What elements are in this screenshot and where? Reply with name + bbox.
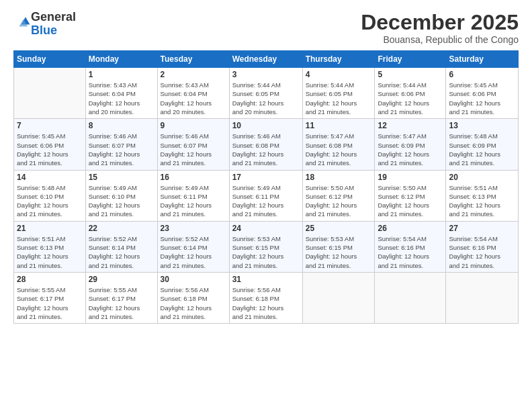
day-number: 29 bbox=[89, 275, 154, 284]
calendar-cell: 1Sunrise: 5:43 AM Sunset: 6:04 PM Daylig… bbox=[85, 68, 157, 119]
calendar-cell: 19Sunrise: 5:50 AM Sunset: 6:12 PM Dayli… bbox=[375, 170, 446, 221]
title-block: December 2025 Bouansa, Republic of the C… bbox=[361, 11, 519, 45]
day-info: Sunrise: 5:52 AM Sunset: 6:14 PM Dayligh… bbox=[161, 234, 226, 270]
day-info: Sunrise: 5:52 AM Sunset: 6:14 PM Dayligh… bbox=[89, 234, 154, 270]
day-info: Sunrise: 5:56 AM Sunset: 6:18 PM Dayligh… bbox=[232, 285, 300, 321]
location-subtitle: Bouansa, Republic of the Congo bbox=[361, 34, 519, 45]
day-number: 7 bbox=[17, 121, 83, 130]
day-number: 19 bbox=[378, 173, 443, 182]
calendar-cell: 29Sunrise: 5:55 AM Sunset: 6:17 PM Dayli… bbox=[85, 272, 157, 323]
day-number: 27 bbox=[449, 224, 515, 233]
calendar-week-5: 28Sunrise: 5:55 AM Sunset: 6:17 PM Dayli… bbox=[14, 272, 519, 323]
calendar-cell: 24Sunrise: 5:53 AM Sunset: 6:15 PM Dayli… bbox=[229, 221, 302, 272]
day-info: Sunrise: 5:45 AM Sunset: 6:06 PM Dayligh… bbox=[449, 81, 515, 116]
day-info: Sunrise: 5:56 AM Sunset: 6:18 PM Dayligh… bbox=[161, 285, 226, 321]
day-number: 28 bbox=[17, 275, 83, 284]
calendar-cell: 12Sunrise: 5:47 AM Sunset: 6:09 PM Dayli… bbox=[375, 119, 446, 170]
day-number: 25 bbox=[306, 224, 372, 233]
logo-general: General bbox=[31, 10, 76, 24]
page: General Blue December 2025 Bouansa, Repu… bbox=[0, 0, 532, 411]
day-number: 31 bbox=[232, 275, 300, 284]
weekday-header-row: SundayMondayTuesdayWednesdayThursdayFrid… bbox=[14, 51, 519, 68]
day-info: Sunrise: 5:55 AM Sunset: 6:17 PM Dayligh… bbox=[17, 285, 83, 321]
calendar-cell: 16Sunrise: 5:49 AM Sunset: 6:11 PM Dayli… bbox=[157, 170, 229, 221]
day-number: 23 bbox=[161, 224, 226, 233]
day-info: Sunrise: 5:47 AM Sunset: 6:09 PM Dayligh… bbox=[378, 132, 443, 167]
calendar-cell: 7Sunrise: 5:45 AM Sunset: 6:06 PM Daylig… bbox=[14, 119, 86, 170]
day-info: Sunrise: 5:51 AM Sunset: 6:13 PM Dayligh… bbox=[17, 234, 83, 270]
day-number: 10 bbox=[232, 121, 300, 130]
day-info: Sunrise: 5:47 AM Sunset: 6:08 PM Dayligh… bbox=[306, 132, 372, 167]
day-number: 14 bbox=[17, 173, 83, 182]
calendar-cell bbox=[14, 68, 86, 119]
day-number: 26 bbox=[378, 224, 443, 233]
calendar-cell: 21Sunrise: 5:51 AM Sunset: 6:13 PM Dayli… bbox=[14, 221, 86, 272]
calendar-cell: 10Sunrise: 5:46 AM Sunset: 6:08 PM Dayli… bbox=[229, 119, 302, 170]
calendar-cell: 17Sunrise: 5:49 AM Sunset: 6:11 PM Dayli… bbox=[229, 170, 302, 221]
month-year-title: December 2025 bbox=[361, 11, 519, 34]
day-number: 24 bbox=[232, 224, 300, 233]
day-number: 15 bbox=[89, 173, 154, 182]
calendar-cell: 6Sunrise: 5:45 AM Sunset: 6:06 PM Daylig… bbox=[446, 68, 519, 119]
day-info: Sunrise: 5:55 AM Sunset: 6:17 PM Dayligh… bbox=[89, 285, 154, 321]
day-info: Sunrise: 5:43 AM Sunset: 6:04 PM Dayligh… bbox=[89, 81, 154, 116]
weekday-header-wednesday: Wednesday bbox=[229, 51, 302, 68]
calendar-cell: 25Sunrise: 5:53 AM Sunset: 6:15 PM Dayli… bbox=[302, 221, 375, 272]
weekday-header-tuesday: Tuesday bbox=[157, 51, 229, 68]
weekday-header-sunday: Sunday bbox=[14, 51, 86, 68]
logo-icon bbox=[15, 15, 31, 31]
calendar-cell: 31Sunrise: 5:56 AM Sunset: 6:18 PM Dayli… bbox=[229, 272, 302, 323]
day-number: 3 bbox=[232, 70, 300, 79]
day-info: Sunrise: 5:44 AM Sunset: 6:05 PM Dayligh… bbox=[306, 81, 372, 116]
day-number: 11 bbox=[306, 121, 372, 130]
day-info: Sunrise: 5:48 AM Sunset: 6:10 PM Dayligh… bbox=[17, 183, 83, 219]
calendar-cell: 28Sunrise: 5:55 AM Sunset: 6:17 PM Dayli… bbox=[14, 272, 86, 323]
calendar-week-4: 21Sunrise: 5:51 AM Sunset: 6:13 PM Dayli… bbox=[14, 221, 519, 272]
logo: General Blue bbox=[13, 11, 76, 38]
day-number: 22 bbox=[89, 224, 154, 233]
calendar-cell: 18Sunrise: 5:50 AM Sunset: 6:12 PM Dayli… bbox=[302, 170, 375, 221]
day-number: 1 bbox=[89, 70, 154, 79]
calendar-cell: 4Sunrise: 5:44 AM Sunset: 6:05 PM Daylig… bbox=[302, 68, 375, 119]
day-info: Sunrise: 5:53 AM Sunset: 6:15 PM Dayligh… bbox=[232, 234, 300, 270]
logo-text: General Blue bbox=[31, 11, 76, 38]
day-info: Sunrise: 5:53 AM Sunset: 6:15 PM Dayligh… bbox=[306, 234, 372, 270]
day-info: Sunrise: 5:46 AM Sunset: 6:07 PM Dayligh… bbox=[161, 132, 226, 167]
day-info: Sunrise: 5:49 AM Sunset: 6:11 PM Dayligh… bbox=[232, 183, 300, 219]
day-number: 8 bbox=[89, 121, 154, 130]
day-number: 17 bbox=[232, 173, 300, 182]
day-info: Sunrise: 5:50 AM Sunset: 6:12 PM Dayligh… bbox=[306, 183, 372, 219]
calendar-week-2: 7Sunrise: 5:45 AM Sunset: 6:06 PM Daylig… bbox=[14, 119, 519, 170]
calendar-cell: 11Sunrise: 5:47 AM Sunset: 6:08 PM Dayli… bbox=[302, 119, 375, 170]
day-info: Sunrise: 5:48 AM Sunset: 6:09 PM Dayligh… bbox=[449, 132, 515, 167]
day-info: Sunrise: 5:43 AM Sunset: 6:04 PM Dayligh… bbox=[161, 81, 226, 116]
weekday-header-monday: Monday bbox=[85, 51, 157, 68]
calendar-week-1: 1Sunrise: 5:43 AM Sunset: 6:04 PM Daylig… bbox=[14, 68, 519, 119]
day-info: Sunrise: 5:51 AM Sunset: 6:13 PM Dayligh… bbox=[449, 183, 515, 219]
day-number: 5 bbox=[378, 70, 443, 79]
calendar-cell: 5Sunrise: 5:44 AM Sunset: 6:06 PM Daylig… bbox=[375, 68, 446, 119]
header: General Blue December 2025 Bouansa, Repu… bbox=[13, 11, 519, 45]
day-info: Sunrise: 5:46 AM Sunset: 6:08 PM Dayligh… bbox=[232, 132, 300, 167]
day-number: 21 bbox=[17, 224, 83, 233]
calendar-cell bbox=[446, 272, 519, 323]
calendar-cell: 14Sunrise: 5:48 AM Sunset: 6:10 PM Dayli… bbox=[14, 170, 86, 221]
day-number: 20 bbox=[449, 173, 515, 182]
day-number: 4 bbox=[306, 70, 372, 79]
calendar-cell: 13Sunrise: 5:48 AM Sunset: 6:09 PM Dayli… bbox=[446, 119, 519, 170]
calendar-cell: 9Sunrise: 5:46 AM Sunset: 6:07 PM Daylig… bbox=[157, 119, 229, 170]
logo-blue: Blue bbox=[31, 24, 57, 37]
weekday-header-saturday: Saturday bbox=[446, 51, 519, 68]
day-info: Sunrise: 5:45 AM Sunset: 6:06 PM Dayligh… bbox=[17, 132, 83, 167]
calendar-cell: 20Sunrise: 5:51 AM Sunset: 6:13 PM Dayli… bbox=[446, 170, 519, 221]
calendar-table: SundayMondayTuesdayWednesdayThursdayFrid… bbox=[13, 50, 519, 324]
calendar-cell: 2Sunrise: 5:43 AM Sunset: 6:04 PM Daylig… bbox=[157, 68, 229, 119]
calendar-cell: 22Sunrise: 5:52 AM Sunset: 6:14 PM Dayli… bbox=[85, 221, 157, 272]
weekday-header-thursday: Thursday bbox=[302, 51, 375, 68]
calendar-cell: 27Sunrise: 5:54 AM Sunset: 6:16 PM Dayli… bbox=[446, 221, 519, 272]
calendar-cell bbox=[302, 272, 375, 323]
day-info: Sunrise: 5:54 AM Sunset: 6:16 PM Dayligh… bbox=[378, 234, 443, 270]
day-number: 6 bbox=[449, 70, 515, 79]
day-info: Sunrise: 5:49 AM Sunset: 6:11 PM Dayligh… bbox=[161, 183, 226, 219]
calendar-cell: 3Sunrise: 5:44 AM Sunset: 6:05 PM Daylig… bbox=[229, 68, 302, 119]
